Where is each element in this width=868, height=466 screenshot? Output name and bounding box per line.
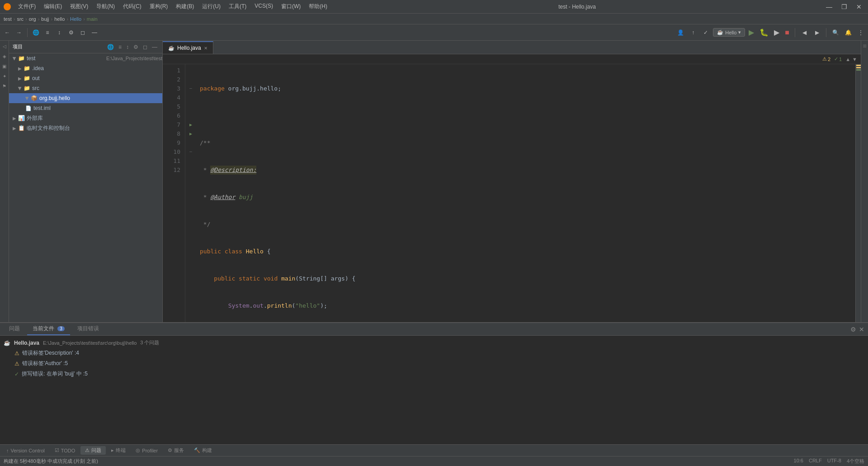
toolbar-prev-nav[interactable]: ◀ xyxy=(799,27,810,38)
tree-item-root[interactable]: ▶ 📁 test E:\Java_Projects\test\test xyxy=(9,53,162,63)
tree-item-src[interactable]: ▶ 📁 src xyxy=(9,83,162,93)
gutter-8[interactable]: ▶ xyxy=(185,129,196,138)
warning-count-badge[interactable]: ⚠ 2 xyxy=(822,56,830,62)
toolbar-structure-button[interactable]: ≡ xyxy=(42,27,53,38)
breadcrumb-item-bujj[interactable]: bujj xyxy=(41,16,49,22)
project-sort-icon[interactable]: ↕ xyxy=(125,43,130,51)
bst-terminal[interactable]: ▸ 终端 xyxy=(107,446,130,455)
project-sync-icon[interactable]: 🌐 xyxy=(106,43,115,51)
bst-profiler[interactable]: ◎ Profiler xyxy=(131,447,162,454)
right-strip-label[interactable]: ⊞ xyxy=(862,44,867,48)
toolbar-back-button[interactable]: ← xyxy=(2,27,13,38)
left-icon-2[interactable]: ◈ xyxy=(1,52,8,60)
menu-navigate[interactable]: 导航(N) xyxy=(93,2,118,11)
left-icon-4[interactable]: ✦ xyxy=(1,72,8,80)
run-config-selector[interactable]: ☕ Hello ▾ xyxy=(713,28,745,37)
menu-window[interactable]: 窗口(W) xyxy=(278,2,304,11)
menu-refactor[interactable]: 重构(R) xyxy=(146,2,172,11)
breadcrumb-item-hello-class[interactable]: Hello xyxy=(70,16,81,22)
project-hide-icon[interactable]: — xyxy=(151,43,159,51)
menu-run[interactable]: 运行(U) xyxy=(198,2,224,11)
problem-row-1[interactable]: ⚠ 错误标签'Description' :4 xyxy=(4,348,864,358)
menu-help[interactable]: 帮助(H) xyxy=(305,2,331,11)
menu-file[interactable]: 文件(F) xyxy=(14,2,39,11)
fold-marker-3[interactable]: ─ xyxy=(189,84,192,93)
problem-row-2[interactable]: ⚠ 错误标签'Author' :5 xyxy=(4,358,864,369)
nav-arrows[interactable]: ▲ ▼ xyxy=(845,57,857,62)
breadcrumb-item-test[interactable]: test xyxy=(4,16,12,22)
breadcrumb-item-hello[interactable]: hello xyxy=(54,16,65,22)
ok-count-badge[interactable]: ✓ 1 xyxy=(834,56,842,62)
bottom-tab-problems[interactable]: 问题 xyxy=(4,323,25,335)
project-minimize-icon[interactable]: ◻ xyxy=(142,43,149,51)
toolbar-sync-button[interactable]: 🌐 xyxy=(30,27,41,38)
code-content[interactable]: package org.bujj.hello; /** * @Descripti… xyxy=(196,64,855,322)
menu-code[interactable]: 代码(C) xyxy=(119,2,145,11)
toolbar-settings-button[interactable]: ⚙ xyxy=(66,27,76,38)
run-button[interactable]: ▶ xyxy=(747,28,756,37)
more-actions-button[interactable]: ⋮ xyxy=(855,27,866,38)
coverage-button[interactable]: ▶ xyxy=(772,28,781,37)
toolbar-next-nav[interactable]: ▶ xyxy=(811,27,822,38)
maximize-button[interactable]: ❐ xyxy=(839,3,850,10)
toolbar-hierarchy-button[interactable]: ↕ xyxy=(54,27,65,38)
breadcrumb-item-src[interactable]: src xyxy=(17,16,24,22)
vcs-update-button[interactable]: ↑ xyxy=(688,27,698,38)
cursor-position[interactable]: 10:6 xyxy=(794,458,803,465)
fold-marker-10[interactable]: ─ xyxy=(189,147,192,157)
bottom-settings-icon[interactable]: ⚙ xyxy=(850,326,856,333)
menu-vcs[interactable]: VCS(S) xyxy=(251,2,277,11)
toolbar-hide-panel-button[interactable]: — xyxy=(89,27,100,38)
editor-tab-hello[interactable]: ☕ Hello.java ✕ xyxy=(163,41,213,54)
bottom-close-icon[interactable]: ✕ xyxy=(859,326,864,333)
breadcrumb-item-org[interactable]: org xyxy=(29,16,36,22)
tree-item-iml[interactable]: 📄 test.iml xyxy=(9,103,162,113)
bst-build[interactable]: 🔨 构建 xyxy=(189,446,217,455)
bottom-tab-current-file[interactable]: 当前文件 3 xyxy=(27,323,70,335)
account-button[interactable]: 👤 xyxy=(675,27,686,38)
vcs-commit-button[interactable]: ✓ xyxy=(700,27,711,38)
bst-problems[interactable]: ⚠ 问题 xyxy=(80,446,106,455)
project-list-icon[interactable]: ≡ xyxy=(117,43,123,51)
file-encoding[interactable]: UTF-8 xyxy=(827,458,841,465)
run-method-arrow[interactable]: ▶ xyxy=(189,129,192,138)
stop-button[interactable]: ■ xyxy=(783,29,791,37)
toolbar-forward-button[interactable]: → xyxy=(14,27,24,38)
tree-item-package[interactable]: ▶ 📦 org.bujj.hello xyxy=(9,93,162,103)
menu-edit[interactable]: 编辑(E) xyxy=(40,2,66,11)
left-icon-1[interactable]: ◁ xyxy=(1,43,8,50)
nav-up-arrow[interactable]: ▲ xyxy=(845,57,850,62)
left-icon-5[interactable]: ⚑ xyxy=(1,82,8,90)
minimize-button[interactable]: — xyxy=(823,3,835,10)
menu-tools[interactable]: 工具(T) xyxy=(225,2,250,11)
line-ending[interactable]: CRLF xyxy=(809,458,822,465)
bst-todo[interactable]: ☑ TODO xyxy=(50,447,80,454)
tree-item-idea[interactable]: ▶ 📁 .idea xyxy=(9,63,162,73)
breadcrumb-item-main[interactable]: main xyxy=(87,16,98,22)
search-everywhere-button[interactable]: 🔍 xyxy=(830,27,841,38)
tree-item-scratch[interactable]: ▶ 📋 临时文件和控制台 xyxy=(9,123,162,133)
tree-item-external-libs[interactable]: ▶ 📊 外部库 xyxy=(9,113,162,123)
tab-close-button[interactable]: ✕ xyxy=(204,46,208,51)
gutter-7[interactable]: ▶ xyxy=(185,120,196,129)
debug-button[interactable]: 🐛 xyxy=(758,28,770,37)
notifications-button[interactable]: 🔔 xyxy=(843,27,854,38)
run-main-arrow[interactable]: ▶ xyxy=(189,120,192,129)
bottom-tab-project-errors[interactable]: 项目错误 xyxy=(72,323,104,335)
code-editor[interactable]: 1 2 3 4 5 6 7 8 9 10 11 12 ─ xyxy=(163,64,861,322)
problem-row-3[interactable]: ✓ 拼写错误: 在单词 'bujj' 中 :5 xyxy=(4,369,864,379)
toolbar-minimize-panel-button[interactable]: ◻ xyxy=(77,27,88,38)
left-icon-3[interactable]: ▣ xyxy=(1,62,8,70)
close-button[interactable]: ✕ xyxy=(854,3,864,10)
indent-setting[interactable]: 4个空格 xyxy=(847,458,864,465)
project-settings-icon[interactable]: ⚙ xyxy=(132,43,140,51)
menu-view[interactable]: 视图(V) xyxy=(66,2,92,11)
menu-build[interactable]: 构建(B) xyxy=(172,2,198,11)
nav-down-arrow[interactable]: ▼ xyxy=(852,57,857,62)
menu-bar[interactable]: 文件(F) 编辑(E) 视图(V) 导航(N) 代码(C) 重构(R) 构建(B… xyxy=(14,2,331,11)
window-controls[interactable]: — ❐ ✕ xyxy=(823,3,864,10)
problem-file-row[interactable]: ☕ Hello.java E:\Java_Projects\test\test\… xyxy=(4,338,864,348)
bst-version-control[interactable]: ↑ Version Control xyxy=(2,447,49,454)
bst-services[interactable]: ⚙ 服务 xyxy=(163,446,189,455)
tree-item-out[interactable]: ▶ 📁 out xyxy=(9,73,162,83)
